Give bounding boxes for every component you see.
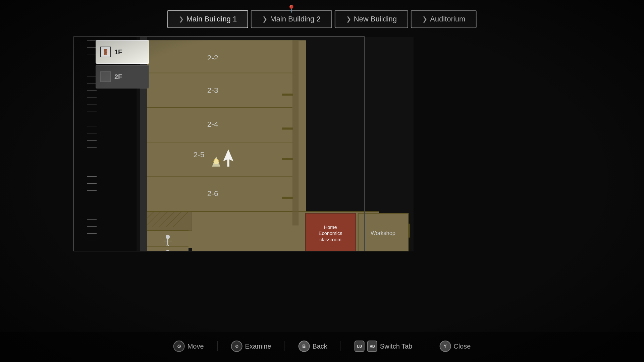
separator	[284, 341, 285, 351]
room-2-3-label: 2-3	[207, 86, 218, 95]
floor-selector: 🚪 1F 2F	[96, 40, 149, 88]
floor-1f-button[interactable]: 🚪 1F	[96, 40, 149, 64]
ruler	[87, 40, 97, 248]
svg-rect-11	[282, 127, 293, 129]
svg-rect-14	[282, 158, 293, 160]
rb-button-icon: RB	[367, 341, 377, 352]
building-tab-bar: ❯ Main Building 1 📍 ❯ Main Building 2 ❯ …	[167, 10, 477, 28]
person-icon-male	[166, 235, 170, 239]
tab-label: Auditorium	[430, 15, 465, 23]
tab-label: Main Building 2	[270, 15, 320, 23]
switch-tab-label: Switch Tab	[380, 343, 412, 350]
room-2-4-label: 2-4	[207, 120, 218, 128]
examine-label: Examine	[245, 343, 271, 350]
workshop-label: Workshop	[371, 230, 395, 236]
svg-rect-12	[147, 142, 292, 177]
tab-new-building[interactable]: ❯ New Building	[335, 10, 408, 28]
svg-rect-8	[282, 94, 293, 96]
lb-button-icon: LB	[355, 341, 365, 352]
switch-tab-control: LB RB Switch Tab	[355, 341, 412, 352]
controls-bar: ⊙ Move ⊙ Examine B Back LB RB Switch Tab…	[173, 341, 471, 352]
svg-rect-17	[282, 197, 293, 199]
location-pin-icon: 📍	[287, 5, 296, 13]
examine-control: ⊙ Examine	[231, 341, 271, 352]
close-control: Y Close	[439, 341, 471, 352]
tab-main-building-2[interactable]: 📍 ❯ Main Building 2	[251, 10, 332, 28]
floor-2f-label: 2F	[114, 73, 122, 81]
b-button-icon: B	[298, 341, 310, 352]
floor-2f-button[interactable]: 2F	[96, 65, 149, 88]
chevron-icon: ❯	[262, 15, 267, 23]
home-ec-label-line1: Home	[324, 225, 337, 230]
tab-label: Main Building 1	[186, 15, 237, 23]
svg-rect-4	[147, 40, 292, 73]
tab-auditorium[interactable]: ❯ Auditorium	[411, 10, 477, 28]
home-ec-label-line3: classroom	[319, 237, 341, 242]
separator	[341, 341, 341, 351]
tab-main-building-1[interactable]: ❯ Main Building 1	[167, 10, 248, 28]
svg-rect-15	[147, 177, 292, 212]
separator	[426, 341, 426, 351]
room-2-6-label: 2-6	[207, 189, 218, 198]
back-label: Back	[312, 343, 327, 350]
chevron-icon: ❯	[179, 15, 184, 23]
chevron-icon: ❯	[422, 15, 427, 23]
svg-rect-31	[408, 224, 410, 237]
move-label: Move	[187, 343, 204, 350]
move-control: ⊙ Move	[173, 341, 204, 352]
back-control: B Back	[298, 341, 327, 352]
y-button-icon: Y	[439, 341, 451, 352]
chevron-icon: ❯	[346, 15, 351, 23]
floor-1f-label: 1F	[114, 48, 122, 56]
tab-label: New Building	[354, 15, 397, 23]
svg-rect-9	[147, 108, 292, 142]
floor-1f-icon: 🚪	[100, 47, 111, 57]
home-ec-label-line2: Economics	[319, 231, 342, 236]
svg-rect-6	[147, 73, 292, 108]
room-2-2-label: 2-2	[207, 53, 218, 62]
svg-rect-28	[292, 212, 299, 225]
separator	[217, 341, 218, 351]
left-stick-icon: ⊙	[173, 341, 185, 352]
room-2-5-label: 2-5	[194, 150, 205, 159]
close-label: Close	[453, 343, 471, 350]
right-stick-icon: ⊙	[231, 341, 243, 352]
svg-rect-18	[147, 212, 192, 231]
floor-2f-icon	[100, 71, 111, 82]
